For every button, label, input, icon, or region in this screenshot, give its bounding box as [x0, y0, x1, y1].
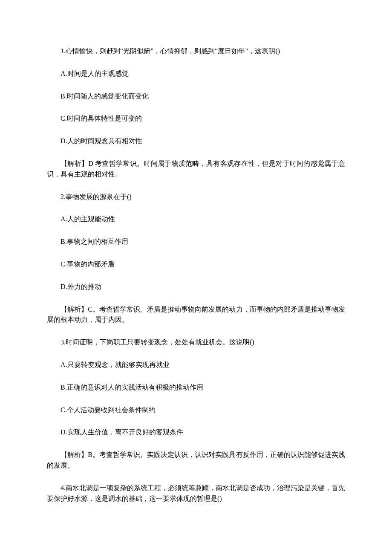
q3-analysis: 【解析】B。考查哲学常识。实践决定认识，认识对实践具有反作用，正确的认识能够促进… [47, 450, 345, 471]
q4-stem: 4.南水北调是一项复杂的系统工程，必须统筹兼顾，南水北调是否成功，治理污染是关键… [47, 483, 345, 504]
q2-analysis: 【解析】C。考查哲学常识。矛盾是推动事物向前发展的动力，而事物的内部矛盾是推动事… [47, 304, 345, 326]
q1-analysis: 【解析】D 考查哲学常识。时间属于物质范畴，具有客观存在性，但是对于时间的感觉属… [47, 159, 345, 180]
q1-option-b: B.时间随人的感觉变化而变化 [47, 91, 345, 102]
q3-stem: 3.时间证明，下岗职工只要转变观念，处处有就业机会。这说明() [47, 337, 345, 348]
page: 1.心情愉快，则赶到“光阴似箭”，心情抑郁，则感到“度日如年”，这表明() A.… [0, 0, 392, 555]
q1-option-c: C.时间的具体特性是可变的 [47, 113, 345, 124]
q2-stem: 2.事物发展的源泉在于() [47, 192, 345, 202]
q2-option-b: B.事物之间的相互作用 [47, 237, 345, 247]
q3-option-a: A.只要转变观念，就能够实现再就业 [47, 360, 345, 370]
q1-stem: 1.心情愉快，则赶到“光阴似箭”，心情抑郁，则感到“度日如年”，这表明() [47, 46, 345, 57]
q2-option-c: C.事物的内部矛盾 [47, 259, 345, 270]
q1-option-d: D.人的时间观念具有相对性 [47, 136, 345, 147]
q3-option-c: C.个人活动要收到社会条件制约 [47, 405, 345, 416]
q2-option-d: D.外力的推动 [47, 282, 345, 292]
q3-option-b: B.正确的意识对人的实践活动有积极的推动作用 [47, 382, 345, 393]
q3-option-d: D.实现人生价值，离不开良好的客观条件 [47, 427, 345, 438]
q1-option-a: A.时间是人的主观感觉 [47, 69, 345, 79]
q2-option-a: A.人的主观能动性 [47, 214, 345, 225]
